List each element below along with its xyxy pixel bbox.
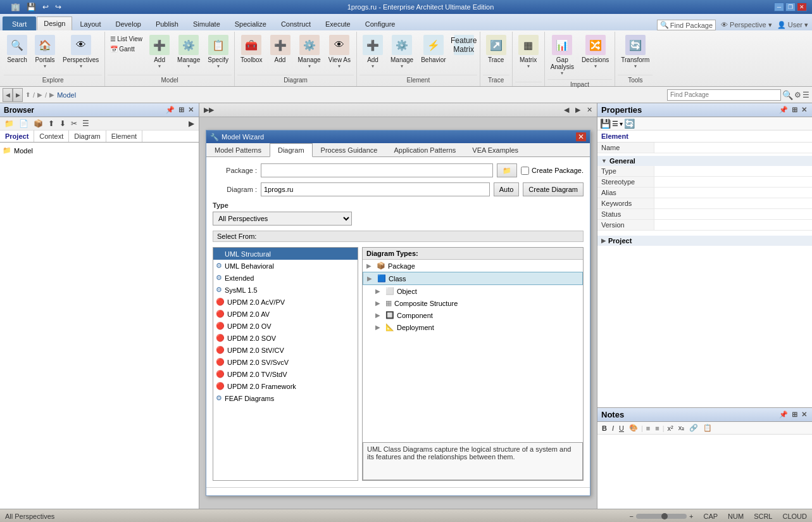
notes-bold[interactable]: B	[600, 424, 609, 433]
browser-tab-element[interactable]: Element	[106, 130, 142, 142]
notes-link[interactable]: 🔗	[687, 423, 700, 433]
tab-layout[interactable]: Layout	[73, 16, 108, 30]
trace-button[interactable]: ↗️ Trace	[483, 33, 509, 65]
diagram-manage-button[interactable]: ⚙️ Manage ▾	[295, 33, 324, 71]
browser-new-file[interactable]: 📄	[17, 118, 30, 129]
toolbar-nav-left[interactable]: ◀	[562, 105, 571, 115]
element-manage-button[interactable]: ⚙️ Manage ▾	[387, 33, 416, 71]
minimize-button[interactable]: ─	[774, 3, 784, 11]
notes-close[interactable]: ✕	[800, 410, 808, 419]
browser-cut[interactable]: ✂	[69, 118, 79, 129]
user-selector[interactable]: 👤 User ▾	[777, 21, 808, 29]
browser-tab-diagram[interactable]: Diagram	[69, 130, 106, 142]
browser-expand-arrow[interactable]: ▶	[187, 118, 196, 129]
dialog-tab-diagram[interactable]: Diagram	[270, 143, 313, 157]
notes-superscript[interactable]: x²	[666, 424, 675, 433]
matrix-button[interactable]: ▦ Matrix ▾	[515, 33, 542, 71]
list-item-updm-framework[interactable]: 🔴 UPDM 2.0 Framework	[213, 380, 358, 392]
project-section-header[interactable]: ▶ Project	[597, 236, 812, 246]
close-button[interactable]: ✕	[797, 3, 807, 11]
toolbar-expand[interactable]: ▶▶	[202, 105, 216, 115]
dialog-tab-process-guidance[interactable]: Process Guidance	[313, 143, 386, 156]
qa-undo[interactable]: ↩	[41, 2, 51, 12]
create-package-checkbox[interactable]	[521, 167, 529, 175]
notes-content[interactable]	[597, 435, 812, 509]
expand-deployment[interactable]: ▶	[375, 324, 383, 331]
expand-object[interactable]: ▶	[375, 288, 383, 295]
browser-down[interactable]: ⬇	[58, 118, 68, 129]
browser-tab-context[interactable]: Context	[34, 130, 69, 142]
expand-component[interactable]: ▶	[375, 312, 383, 319]
tab-execute[interactable]: Execute	[318, 16, 358, 30]
nav-back[interactable]: ◀	[3, 88, 13, 102]
auto-button[interactable]: Auto	[494, 182, 520, 196]
dialog-tab-model-patterns[interactable]: Model Patterns	[206, 143, 270, 156]
browser-tab-project[interactable]: Project	[0, 130, 34, 142]
list-item-updm-av[interactable]: 🔴 UPDM 2.0 AV	[213, 308, 358, 320]
tab-develop[interactable]: Develop	[109, 16, 148, 30]
find-command-input[interactable]: 🔍 Find Package	[657, 20, 716, 30]
list-item-sysml[interactable]: ⚙ SysML 1.5	[213, 284, 358, 296]
tree-item-model[interactable]: 📁 Model	[3, 145, 196, 156]
restore-button[interactable]: ❐	[785, 3, 796, 11]
notes-copy[interactable]: 📋	[701, 423, 714, 433]
tab-publish[interactable]: Publish	[149, 16, 185, 30]
tree-row-composite[interactable]: ▶ ▦ Composite Structure	[363, 297, 583, 309]
list-item-uml-structural[interactable]: ⚙ UML Structural	[213, 248, 358, 260]
qa-save[interactable]: 💾	[25, 2, 38, 12]
find-search-icon[interactable]: 🔍	[782, 90, 793, 100]
list-view-button[interactable]: ☰ List View	[108, 34, 145, 44]
diagram-input[interactable]	[261, 182, 490, 196]
browser-new-folder[interactable]: 📁	[3, 118, 16, 129]
tree-row-deployment[interactable]: ▶ 📐 Deployment	[363, 321, 583, 333]
tree-row-object[interactable]: ▶ ⬜ Object	[363, 285, 583, 297]
dialog-tab-vea-examples[interactable]: VEA Examples	[464, 143, 527, 156]
notes-pin[interactable]: 📌	[778, 410, 789, 419]
find-options-icon[interactable]: ⚙	[794, 91, 801, 99]
list-item-updm-sov[interactable]: 🔴 UPDM 2.0 SOV	[213, 332, 358, 344]
list-item-extended[interactable]: ⚙ Extended	[213, 272, 358, 284]
package-input[interactable]	[261, 163, 493, 177]
list-item-updm-stvcv[interactable]: 🔴 UPDM 2.0 StV/CV	[213, 344, 358, 356]
general-section-header[interactable]: ▼ General	[597, 156, 812, 166]
portals-button[interactable]: 🏠 Portals ▾	[32, 33, 58, 71]
tab-construct[interactable]: Construct	[274, 16, 318, 30]
package-browse-button[interactable]: 📁	[497, 163, 517, 177]
find-menu-icon[interactable]: ☰	[803, 91, 809, 99]
decisions-button[interactable]: 🔀 Decisions ▾	[578, 33, 612, 71]
list-item-updm-ov[interactable]: 🔴 UPDM 2.0 OV	[213, 320, 358, 332]
zoom-minus[interactable]: −	[630, 512, 634, 520]
notes-color[interactable]: 🎨	[627, 423, 640, 433]
zoom-plus[interactable]: +	[689, 512, 693, 520]
tree-row-class[interactable]: ▶ 🟦 Class	[363, 272, 583, 285]
props-refresh-btn[interactable]: 🔄	[624, 118, 635, 129]
tab-simulate[interactable]: Simulate	[186, 16, 227, 30]
notes-italic[interactable]: I	[610, 424, 616, 433]
toolbox-button[interactable]: 🧰 Toolbox	[237, 33, 265, 65]
tab-specialize[interactable]: Specialize	[228, 16, 273, 30]
create-diagram-button[interactable]: Create Diagram	[523, 182, 584, 196]
tree-row-package[interactable]: ▶ 📦 Package	[363, 260, 583, 272]
list-item-uml-behavioral[interactable]: ⚙ UML Behavioral	[213, 260, 358, 272]
notes-bullets[interactable]: ≡	[644, 424, 652, 433]
notes-numbers[interactable]: ≡	[653, 424, 661, 433]
perspective-selector[interactable]: 👁 Perspective ▾	[721, 21, 772, 29]
transform-button[interactable]: 🔄 Transform ▾	[618, 33, 653, 71]
nav-forward[interactable]: ▶	[13, 88, 23, 102]
notes-subscript[interactable]: x₂	[677, 423, 687, 433]
breadcrumb-model[interactable]: Model	[57, 91, 76, 99]
browser-close-btn[interactable]: ✕	[187, 105, 195, 115]
notes-underline[interactable]: U	[617, 424, 626, 433]
search-button[interactable]: 🔍 Search	[4, 33, 30, 65]
toolbar-nav-right[interactable]: ▶	[573, 105, 582, 115]
browser-pin-btn[interactable]: 📌	[165, 105, 176, 115]
list-item-feaf[interactable]: ⚙ FEAF Diagrams	[213, 392, 358, 404]
specify-button[interactable]: 📋 Specify ▾	[204, 33, 232, 71]
gantt-button[interactable]: 📅 Gantt	[108, 44, 145, 54]
qa-redo[interactable]: ↪	[53, 2, 63, 12]
perspectives-button[interactable]: 👁 Perspectives ▾	[59, 33, 102, 71]
browser-up[interactable]: ⬆	[46, 118, 56, 129]
browser-new-item[interactable]: 📦	[32, 118, 45, 129]
tab-design[interactable]: Design	[37, 16, 72, 30]
properties-pin[interactable]: 📌	[778, 105, 789, 115]
